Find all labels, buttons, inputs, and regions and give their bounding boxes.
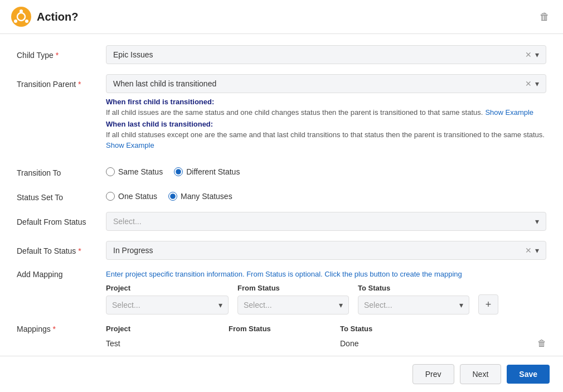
transition-to-row: Transition To Same Status Different Stat… xyxy=(17,163,546,177)
status-set-to-one-radio[interactable] xyxy=(106,192,115,201)
add-mapping-info: Enter project specific transition inform… xyxy=(106,270,546,278)
transition-parent-select[interactable]: When last child is transitioned ✕ ▾ xyxy=(106,74,546,93)
mapping-to-cell: Done xyxy=(340,339,537,348)
header-left: Action? xyxy=(11,7,78,27)
child-type-label: Child Type * xyxy=(17,45,106,60)
status-set-to-radio-group: One Status Many Statuses xyxy=(106,187,546,201)
transition-parent-info: When first child is transitioned: If all… xyxy=(106,98,546,149)
default-from-status-select[interactable]: Select... ▾ xyxy=(106,212,546,231)
child-type-icons: ✕ ▾ xyxy=(525,50,539,59)
mapping-col-from-status: From Status Select... ▾ xyxy=(237,284,349,314)
mappings-required: * xyxy=(51,325,56,333)
mappings-from-header: From Status xyxy=(229,325,340,333)
to-status-select[interactable]: Select... ▾ xyxy=(358,296,469,314)
svg-point-2 xyxy=(20,9,23,13)
info-line-last: When last child is transitioned: If all … xyxy=(106,120,546,149)
child-type-clear-icon[interactable]: ✕ xyxy=(525,50,532,59)
default-to-status-control: In Progress ✕ ▾ xyxy=(106,241,546,260)
transition-to-same-label[interactable]: Same Status xyxy=(106,167,163,176)
mappings-project-header: Project xyxy=(106,325,229,333)
transition-parent-icons: ✕ ▾ xyxy=(525,79,539,88)
default-from-status-chevron-icon: ▾ xyxy=(535,217,539,226)
default-to-status-label: Default To Status * xyxy=(17,241,106,255)
project-select[interactable]: Select... ▾ xyxy=(106,296,229,314)
svg-point-4 xyxy=(14,20,17,23)
mapping-delete-icon[interactable]: 🗑 xyxy=(537,338,546,349)
show-example-link-last[interactable]: Show Example xyxy=(106,141,154,149)
footer: Prev Next Save xyxy=(0,356,563,392)
to-placeholder: Select... xyxy=(364,301,392,309)
status-set-to-many-radio[interactable] xyxy=(168,192,177,201)
default-to-status-clear-icon[interactable]: ✕ xyxy=(525,246,532,255)
default-to-status-required: * xyxy=(76,246,81,255)
transition-to-same-radio[interactable] xyxy=(106,167,115,176)
transition-to-radio-group: Same Status Different Status xyxy=(106,163,546,176)
from-status-col-header: From Status xyxy=(237,284,349,292)
add-mapping-content: Enter project specific transition inform… xyxy=(106,270,546,314)
transition-to-different-label[interactable]: Different Status xyxy=(174,167,240,176)
delete-button[interactable]: 🗑 xyxy=(537,9,552,25)
transition-to-same-text: Same Status xyxy=(118,167,163,176)
status-set-to-label: Status Set To xyxy=(17,187,106,202)
status-set-to-row: Status Set To One Status Many Statuses xyxy=(17,187,546,202)
transition-to-different-text: Different Status xyxy=(186,167,240,176)
transition-parent-clear-icon[interactable]: ✕ xyxy=(525,79,532,88)
from-placeholder: Select... xyxy=(244,301,272,309)
status-set-to-one-label[interactable]: One Status xyxy=(106,192,157,201)
mapping-project-cell: Test xyxy=(106,339,229,348)
add-mapping-label: Add Mapping xyxy=(17,270,106,279)
info-text-first: If all child issues are the same status … xyxy=(106,108,483,117)
default-to-status-select[interactable]: In Progress ✕ ▾ xyxy=(106,241,546,260)
child-type-value: Epic Issues xyxy=(113,50,153,59)
transition-parent-label: Transition Parent * xyxy=(17,74,106,89)
header: Action? 🗑 xyxy=(0,0,563,34)
child-type-row: Child Type * Epic Issues ✕ ▾ xyxy=(17,45,546,64)
transition-to-control: Same Status Different Status xyxy=(106,163,546,176)
transition-parent-required: * xyxy=(76,80,81,89)
info-line-first: When first child is transitioned: If all… xyxy=(106,98,546,117)
project-placeholder: Select... xyxy=(112,301,140,309)
child-type-required: * xyxy=(54,51,59,60)
child-type-chevron-icon: ▾ xyxy=(535,50,539,59)
next-button[interactable]: Next xyxy=(460,364,502,384)
transition-parent-control: When last child is transitioned ✕ ▾ When… xyxy=(106,74,546,153)
mappings-content: Project From Status To Status Test Done … xyxy=(106,325,546,351)
default-to-status-value: In Progress xyxy=(113,246,153,255)
mappings-label: Mappings * xyxy=(17,325,106,333)
transition-to-label: Transition To xyxy=(17,163,106,177)
show-example-link-first[interactable]: Show Example xyxy=(485,108,533,117)
info-label-last: When last child is transitioned: xyxy=(106,120,213,128)
status-set-to-one-text: One Status xyxy=(118,192,157,201)
status-set-to-many-label[interactable]: Many Statuses xyxy=(168,192,232,201)
mapping-col-to-status: To Status Select... ▾ xyxy=(358,284,469,314)
project-col-header: Project xyxy=(106,284,229,292)
default-from-status-row: Default From Status Select... ▾ xyxy=(17,212,546,231)
add-mapping-plus-button[interactable]: + xyxy=(478,294,498,314)
default-to-status-chevron-icon: ▾ xyxy=(535,246,539,255)
to-chevron-icon: ▾ xyxy=(459,301,463,309)
info-text-last: If all child statuses except one are the… xyxy=(106,130,545,139)
project-chevron-icon: ▾ xyxy=(219,301,222,309)
transition-to-different-radio[interactable] xyxy=(174,167,183,176)
mapping-columns: Project Select... ▾ From Status Select..… xyxy=(106,284,546,314)
child-type-control: Epic Issues ✕ ▾ xyxy=(106,45,546,64)
add-mapping-section: Add Mapping Enter project specific trans… xyxy=(17,270,546,314)
save-button[interactable]: Save xyxy=(507,365,550,384)
status-set-to-many-text: Many Statuses xyxy=(181,192,232,201)
info-label-first: When first child is transitioned: xyxy=(106,98,214,106)
default-to-status-row: Default To Status * In Progress ✕ ▾ xyxy=(17,241,546,260)
from-chevron-icon: ▾ xyxy=(339,301,343,309)
transition-parent-value: When last child is transitioned xyxy=(113,79,216,88)
from-status-select[interactable]: Select... ▾ xyxy=(237,296,349,314)
default-from-status-label: Default From Status xyxy=(17,212,106,226)
mappings-header: Project From Status To Status xyxy=(106,325,546,333)
default-from-status-placeholder: Select... xyxy=(113,217,142,226)
prev-button[interactable]: Prev xyxy=(412,364,454,384)
mappings-to-header: To Status xyxy=(340,325,546,333)
child-type-select[interactable]: Epic Issues ✕ ▾ xyxy=(106,45,546,64)
status-set-to-control: One Status Many Statuses xyxy=(106,187,546,201)
table-row: Test Done 🗑 xyxy=(106,336,546,351)
svg-point-3 xyxy=(25,20,28,23)
form-container: Child Type * Epic Issues ✕ ▾ Transition … xyxy=(0,34,563,372)
default-from-status-control: Select... ▾ xyxy=(106,212,546,231)
